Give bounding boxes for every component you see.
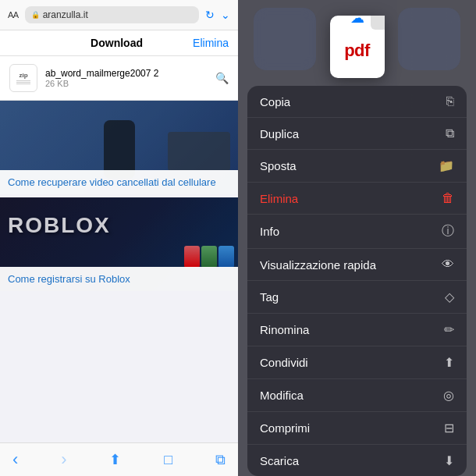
menu-label-copia: Copia [260, 95, 290, 108]
zip-badge: zip [9, 64, 37, 92]
eye-icon: 👁 [442, 258, 454, 272]
back-button[interactable]: ‹ [12, 449, 18, 470]
menu-item-condividi[interactable]: Condividi ⬆ [247, 346, 467, 379]
zip-label: zip [19, 72, 27, 79]
search-icon[interactable]: 🔍 [215, 72, 229, 84]
menu-label-sposta: Sposta [260, 159, 297, 172]
edit-icon: ◎ [443, 388, 454, 403]
tag-icon: ◇ [445, 290, 454, 304]
menu-item-visualizzazione[interactable]: Visualizzazione rapida 👁 [247, 249, 467, 281]
elimina-top-button[interactable]: Elimina [193, 37, 229, 49]
menu-label-info: Info [260, 225, 279, 238]
content-area: Come recuperare video cancellati dal cel… [0, 101, 238, 442]
download-bar: Download Elimina [0, 30, 238, 56]
right-panel: ☁ pdf Copia ⎘ Duplica ⧉ Sposta 📁 Elimina… [238, 0, 476, 476]
article-card-1[interactable]: Come recuperare video cancellati dal cel… [0, 101, 238, 194]
forward-button[interactable]: › [61, 449, 66, 470]
chevron-down-icon[interactable]: ⌄ [221, 9, 230, 21]
copy-icon: ⎘ [446, 94, 454, 108]
download-info: ab_word_mailmerge2007 2 26 KB [45, 68, 208, 88]
tabs-button[interactable]: ⧉ [215, 452, 226, 468]
pdf-file-icon: ☁ pdf [330, 16, 385, 78]
address-text: aranzulla.it [43, 9, 88, 20]
move-icon: 📁 [439, 158, 454, 173]
download-title: Download [41, 37, 193, 49]
share-icon: ⬆ [444, 355, 454, 370]
cloud-icon: ☁ [350, 9, 364, 27]
download-filename: ab_word_mailmerge2007 2 [45, 68, 208, 79]
reload-button[interactable]: ↻ [205, 9, 215, 21]
rename-icon: ✏ [444, 322, 454, 337]
menu-label-elimina: Elimina [260, 192, 298, 205]
delete-icon: 🗑 [442, 191, 454, 205]
browser-toolbar: AA 🔒 aranzulla.it ↻ ⌄ [0, 0, 238, 30]
menu-item-elimina[interactable]: Elimina 🗑 [247, 183, 467, 215]
menu-label-comprimi: Comprimi [260, 421, 310, 435]
menu-label-rinomina: Rinomina [260, 323, 309, 336]
menu-item-copia[interactable]: Copia ⎘ [247, 86, 467, 118]
pdf-corner [371, 16, 385, 30]
article-title-overlay-1: Come recuperare video cancellati dal cel… [0, 170, 238, 194]
menu-item-duplica[interactable]: Duplica ⧉ [247, 118, 467, 150]
aa-button[interactable]: AA [8, 10, 19, 20]
article-card-2[interactable]: ROBLOX Come registrarsi su Roblox [0, 197, 238, 291]
article-title-overlay-2: Come registrarsi su Roblox [0, 267, 238, 291]
info-icon: ⓘ [442, 223, 454, 240]
pdf-label: pdf [344, 41, 370, 61]
menu-item-rinomina[interactable]: Rinomina ✏ [247, 314, 467, 346]
context-menu: Copia ⎘ Duplica ⧉ Sposta 📁 Elimina 🗑 Inf… [247, 86, 467, 476]
share-button[interactable]: ⬆ [109, 451, 121, 468]
zip-lines [16, 80, 30, 84]
menu-item-tag[interactable]: Tag ◇ [247, 281, 467, 314]
menu-label-duplica: Duplica [260, 127, 299, 140]
article-title-1[interactable]: Come recuperare video cancellati dal cel… [8, 176, 216, 188]
article-title-2[interactable]: Come registrarsi su Roblox [8, 273, 130, 285]
menu-label-condividi: Condividi [260, 356, 308, 369]
compress-icon: ⊟ [444, 421, 454, 435]
bottom-toolbar: ‹ › ⬆ □ ⧉ [0, 442, 238, 476]
menu-label-visualizzazione: Visualizzazione rapida [260, 258, 376, 272]
pdf-icon-container: ☁ pdf [238, 0, 476, 86]
menu-item-sposta[interactable]: Sposta 📁 [247, 150, 467, 183]
download-size: 26 KB [45, 79, 208, 88]
lock-icon: 🔒 [31, 11, 40, 19]
menu-label-modifica: Modifica [260, 389, 304, 402]
menu-item-info[interactable]: Info ⓘ [247, 215, 467, 249]
left-panel: AA 🔒 aranzulla.it ↻ ⌄ Download Elimina z… [0, 0, 238, 476]
menu-label-scarica: Scarica [260, 454, 299, 467]
duplicate-icon: ⧉ [446, 126, 454, 140]
download-icon: ⬇ [444, 453, 454, 468]
address-bar[interactable]: 🔒 aranzulla.it [25, 6, 199, 23]
download-item[interactable]: zip ab_word_mailmerge2007 2 26 KB 🔍 [0, 56, 238, 101]
menu-item-modifica[interactable]: Modifica ◎ [247, 379, 467, 412]
menu-label-tag: Tag [260, 290, 279, 304]
menu-item-scarica[interactable]: Scarica ⬇ [247, 445, 467, 476]
menu-item-comprimi[interactable]: Comprimi ⊟ [247, 412, 467, 445]
bookmarks-button[interactable]: □ [164, 452, 172, 468]
